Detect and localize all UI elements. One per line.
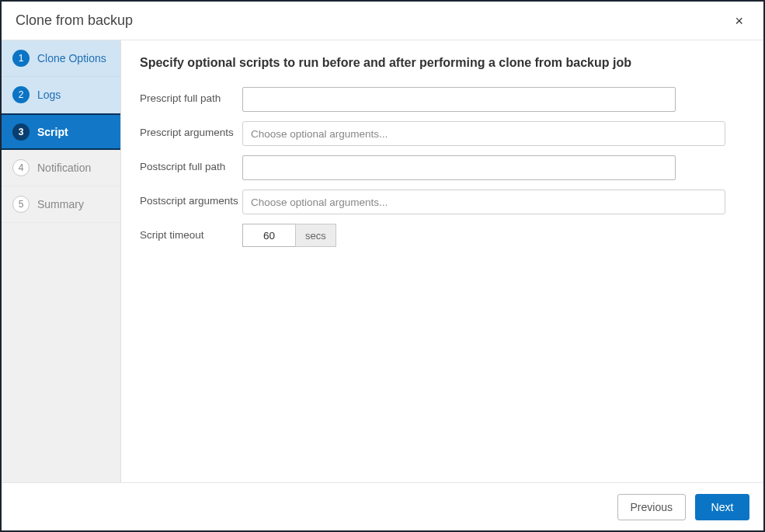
dropdown-placeholder: Choose optional arguments... (251, 128, 388, 140)
postscript-path-input[interactable] (242, 155, 676, 180)
label-prescript-args: Prescript arguments (140, 121, 242, 140)
step-number-badge: 5 (12, 196, 30, 213)
prescript-args-dropdown[interactable]: Choose optional arguments... (242, 121, 725, 146)
main-panel: Specify optional scripts to run before a… (121, 40, 763, 482)
page-heading: Specify optional scripts to run before a… (140, 56, 742, 70)
step-label: Clone Options (37, 52, 106, 64)
label-postscript-path: Postscript full path (140, 155, 242, 174)
prescript-path-input[interactable] (242, 87, 676, 112)
step-notification[interactable]: 4 Notification (2, 150, 120, 186)
step-label: Notification (37, 162, 91, 174)
script-timeout-input[interactable] (242, 224, 295, 247)
step-number-badge: 2 (12, 86, 30, 103)
dropdown-placeholder: Choose optional arguments... (251, 196, 388, 208)
clone-from-backup-dialog: Clone from backup × 1 Clone Options 2 Lo… (0, 0, 765, 532)
step-logs[interactable]: 2 Logs (2, 77, 120, 113)
row-prescript-args: Prescript arguments Choose optional argu… (140, 121, 742, 146)
step-number-badge: 1 (12, 50, 30, 67)
row-postscript-path: Postscript full path (140, 155, 742, 180)
step-clone-options[interactable]: 1 Clone Options (2, 40, 120, 77)
label-prescript-path: Prescript full path (140, 87, 242, 106)
label-postscript-args: Postscript arguments (140, 190, 242, 208)
dialog-header: Clone from backup × (2, 2, 763, 40)
step-summary[interactable]: 5 Summary (2, 186, 120, 223)
close-icon[interactable]: × (728, 11, 749, 31)
step-number-badge: 4 (12, 159, 30, 176)
step-label: Script (37, 126, 68, 138)
previous-button[interactable]: Previous (617, 494, 686, 520)
step-label: Logs (37, 89, 61, 101)
wizard-steps-sidebar: 1 Clone Options 2 Logs 3 Script 4 Notifi… (2, 40, 121, 482)
label-script-timeout: Script timeout (140, 224, 242, 242)
timeout-unit-label: secs (295, 224, 336, 247)
dialog-footer: Previous Next (2, 482, 763, 530)
step-label: Summary (37, 198, 84, 210)
dialog-body: 1 Clone Options 2 Logs 3 Script 4 Notifi… (2, 40, 763, 482)
row-script-timeout: Script timeout secs (140, 224, 742, 247)
dialog-title: Clone from backup (16, 12, 133, 29)
row-prescript-path: Prescript full path (140, 87, 742, 112)
postscript-args-dropdown[interactable]: Choose optional arguments... (242, 190, 725, 214)
step-number-badge: 3 (12, 123, 30, 141)
next-button[interactable]: Next (695, 494, 749, 520)
step-script[interactable]: 3 Script (2, 113, 120, 150)
row-postscript-args: Postscript arguments Choose optional arg… (140, 190, 742, 214)
